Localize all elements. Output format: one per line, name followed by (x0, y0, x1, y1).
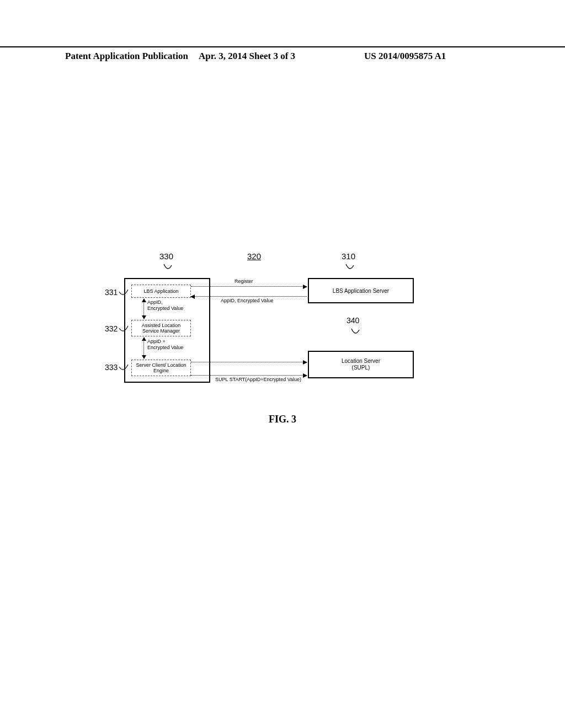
alsm-label: Assisted Location Service Manager (134, 323, 188, 334)
msg-vertical-2: AppID + Encrypted Value (147, 339, 183, 351)
ref-332: 332 (105, 324, 118, 333)
ref-333: 333 (105, 363, 118, 372)
lbs-server-label: LBS Application Server (333, 288, 389, 294)
location-server-label-1: Location Server (342, 358, 380, 365)
lbs-application-server-box: LBS Application Server (308, 278, 414, 303)
arrow-appid-enc (191, 296, 307, 297)
location-server-label-2: (SUPL) (352, 365, 370, 372)
ref-340: 340 (347, 316, 359, 325)
msg-supl-start: SUPL START(AppID+Encrypted Value) (215, 377, 301, 382)
figure-caption: FIG. 3 (0, 414, 565, 425)
msg-v1-l1: AppID, (147, 299, 163, 305)
figure-3: 330 320 310 LBS Application Assisted Loc… (0, 0, 565, 728)
arrow-register (191, 286, 307, 287)
msg-v1-l2: Encrypted Value (147, 306, 183, 311)
location-server-box: Location Server (SUPL) (308, 351, 414, 378)
arrow-vertical-2 (143, 338, 144, 358)
scle-label: Server Client/ Location Engine (134, 362, 188, 374)
assisted-location-service-manager-box: Assisted Location Service Manager (131, 320, 191, 336)
lbs-application-box: LBS Application (131, 285, 191, 298)
ref-330: 330 (159, 251, 173, 261)
arrow-supl-to-locserver (191, 362, 307, 362)
ref-310: 310 (342, 251, 355, 261)
arrow-supl-start (191, 375, 307, 376)
arrow-vertical-1 (143, 299, 144, 319)
ref-320: 320 (247, 251, 261, 261)
msg-v2-l1: AppID + (147, 339, 166, 344)
lead-line-icon (162, 263, 173, 274)
lead-line-icon (350, 327, 361, 338)
ref-331: 331 (105, 288, 118, 297)
lead-line-icon (344, 263, 355, 274)
msg-register: Register (234, 279, 253, 284)
server-client-location-engine-box: Server Client/ Location Engine (131, 360, 191, 376)
msg-v2-l2: Encrypted Value (147, 345, 183, 350)
lbs-application-label: LBS Application (143, 288, 178, 294)
msg-appid-enc: AppID, Encrypted Value (221, 298, 273, 303)
msg-vertical-1: AppID, Encrypted Value (147, 299, 183, 312)
